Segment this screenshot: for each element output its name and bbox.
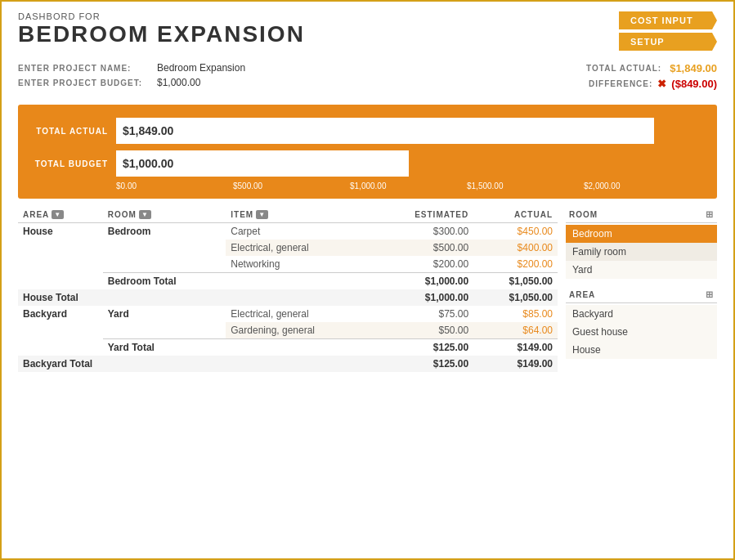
cell-est-4: $1,000.00: [374, 289, 474, 306]
cell-item-6: Gardening, general: [226, 322, 373, 339]
room-section-label: ROOM: [569, 210, 598, 219]
cell-item-5: Electrical, general: [226, 306, 373, 322]
col-estimated: ESTIMATED: [374, 207, 474, 223]
chart-bars: TOTAL ACTUAL $1,849.00 TOTAL BUDGET $1,0…: [34, 118, 701, 177]
col-area: AREA ▼: [18, 207, 103, 223]
cell-act-2: $200.00: [473, 256, 558, 273]
cell-est-2: $200.00: [374, 256, 474, 273]
total-actual-label: TOTAL ACTUAL:: [586, 64, 661, 73]
cell-est-3: $1,000.00: [374, 273, 474, 290]
cell-item-7: [226, 339, 373, 356]
project-info: ENTER PROJECT NAME: Bedroom Expansion EN…: [2, 54, 733, 98]
actual-bar-row: TOTAL ACTUAL $1,849.00: [34, 118, 701, 144]
budget-bar-row: TOTAL BUDGET $1,000.00: [34, 150, 701, 177]
difference-value: ($849.00): [671, 78, 717, 90]
actual-bar-value: $1,849.00: [123, 124, 173, 137]
col-actual: ACTUAL: [473, 207, 558, 223]
header: DASHBORD FOR BEDROOM EXPANSION COST INPU…: [2, 2, 733, 54]
difference-icon: ✖: [657, 78, 666, 90]
room-section: ROOM ⊞ Bedroom Family room Yard: [566, 207, 717, 279]
cell-item-0: Carpet: [226, 223, 373, 240]
cell-backyard-total: Backyard Total: [18, 356, 374, 372]
table-row: House Bedroom Carpet $300.00 $450.00: [18, 223, 558, 240]
side-panel: ROOM ⊞ Bedroom Family room Yard AREA ⊞ B…: [566, 207, 717, 372]
cell-act-8: $149.00: [473, 356, 558, 372]
difference-label: DIFFERENCE:: [589, 79, 652, 88]
side-area-item-0[interactable]: Backyard: [566, 305, 717, 323]
budget-bar-value: $1,000.00: [123, 157, 173, 170]
project-budget-value: $1,000.00: [157, 77, 200, 88]
project-left: ENTER PROJECT NAME: Bedroom Expansion EN…: [18, 62, 245, 88]
cell-act-3: $1,050.00: [473, 273, 558, 290]
side-area-item-2[interactable]: House: [566, 341, 717, 359]
room-section-header: ROOM ⊞: [566, 207, 717, 223]
cell-area-0: House: [18, 223, 103, 290]
chart-axis: $0.00 $500.00 $1,000.00 $1,500.00 $2,000…: [34, 181, 701, 190]
main-table: AREA ▼ ROOM ▼ ITEM ▼ ESTIMATED: [18, 207, 558, 372]
chart-section: TOTAL ACTUAL $1,849.00 TOTAL BUDGET $1,0…: [18, 105, 717, 199]
table-row-total: Backyard Total $125.00 $149.00: [18, 356, 558, 372]
cell-room-0: Bedroom: [103, 223, 226, 273]
axis-label-0: $0.00: [116, 181, 233, 190]
cell-est-7: $125.00: [374, 339, 474, 356]
setup-button[interactable]: SETUP: [619, 33, 717, 51]
area-section-header: AREA ⊞: [566, 287, 717, 303]
project-name-label: ENTER PROJECT NAME:: [18, 64, 149, 73]
room-col-header: ROOM ▼: [108, 210, 151, 219]
side-room-item-2[interactable]: Yard: [566, 261, 717, 279]
cell-est-1: $500.00: [374, 240, 474, 256]
table-row: Backyard Yard Electrical, general $75.00…: [18, 306, 558, 322]
project-budget-row: ENTER PROJECT BUDGET: $1,000.00: [18, 77, 245, 88]
axis-label-4: $2,000.00: [584, 181, 701, 190]
main-title: BEDROOM EXPANSION: [18, 21, 717, 47]
item-filter-arrow[interactable]: ▼: [256, 210, 268, 219]
cell-area-5: Backyard: [18, 306, 103, 356]
total-actual-value: $1,849.00: [670, 62, 717, 74]
col-item: ITEM ▼: [226, 207, 373, 223]
cost-input-button[interactable]: COST INPUT: [619, 11, 717, 29]
cell-item-2: Networking: [226, 256, 373, 273]
cell-est-0: $300.00: [374, 223, 474, 240]
actual-bar-label: TOTAL ACTUAL: [34, 127, 108, 136]
difference-row: DIFFERENCE: ✖ ($849.00): [586, 78, 717, 90]
cell-act-6: $64.00: [473, 322, 558, 339]
budget-bar-container: $1,000.00: [116, 150, 701, 177]
total-actual-row: TOTAL ACTUAL: $1,849.00: [586, 62, 717, 74]
cell-est-5: $75.00: [374, 306, 474, 322]
area-section: AREA ⊞ Backyard Guest house House: [566, 287, 717, 359]
room-filter-icon[interactable]: ⊞: [706, 209, 714, 220]
table-row-total: House Total $1,000.00 $1,050.00: [18, 289, 558, 306]
cell-act-0: $450.00: [473, 223, 558, 240]
axis-label-3: $1,500.00: [467, 181, 584, 190]
area-col-header: AREA ▼: [23, 210, 64, 219]
axis-label-2: $1,000.00: [350, 181, 467, 190]
cell-item-1: Electrical, general: [226, 240, 373, 256]
area-section-label: AREA: [569, 290, 595, 299]
cell-room-5: Yard: [103, 306, 226, 339]
cell-act-4: $1,050.00: [473, 289, 558, 306]
project-budget-label: ENTER PROJECT BUDGET:: [18, 78, 149, 87]
col-room: ROOM ▼: [103, 207, 226, 223]
budget-bar-fill: $1,000.00: [116, 150, 409, 177]
area-filter-icon[interactable]: ⊞: [706, 289, 714, 300]
cell-act-1: $400.00: [473, 240, 558, 256]
axis-label-1: $500.00: [233, 181, 350, 190]
side-area-item-1[interactable]: Guest house: [566, 323, 717, 341]
header-buttons: COST INPUT SETUP: [619, 11, 717, 51]
cell-est-6: $50.00: [374, 322, 474, 339]
budget-bar-label: TOTAL BUDGET: [34, 159, 108, 168]
side-room-item-0[interactable]: Bedroom: [566, 225, 717, 243]
cell-act-7: $149.00: [473, 339, 558, 356]
cell-house-total: House Total: [18, 289, 374, 306]
cell-room-3: Bedroom Total: [103, 273, 226, 290]
cell-act-5: $85.00: [473, 306, 558, 322]
room-filter-arrow[interactable]: ▼: [139, 210, 151, 219]
cell-est-8: $125.00: [374, 356, 474, 372]
cell-item-3: [226, 273, 373, 290]
area-filter-arrow[interactable]: ▼: [52, 210, 64, 219]
project-name-value: Bedroom Expansion: [157, 62, 245, 74]
dashboard-label: DASHBORD FOR: [18, 11, 717, 21]
project-name-row: ENTER PROJECT NAME: Bedroom Expansion: [18, 62, 245, 74]
side-room-item-1[interactable]: Family room: [566, 243, 717, 261]
item-col-header: ITEM ▼: [231, 210, 268, 219]
